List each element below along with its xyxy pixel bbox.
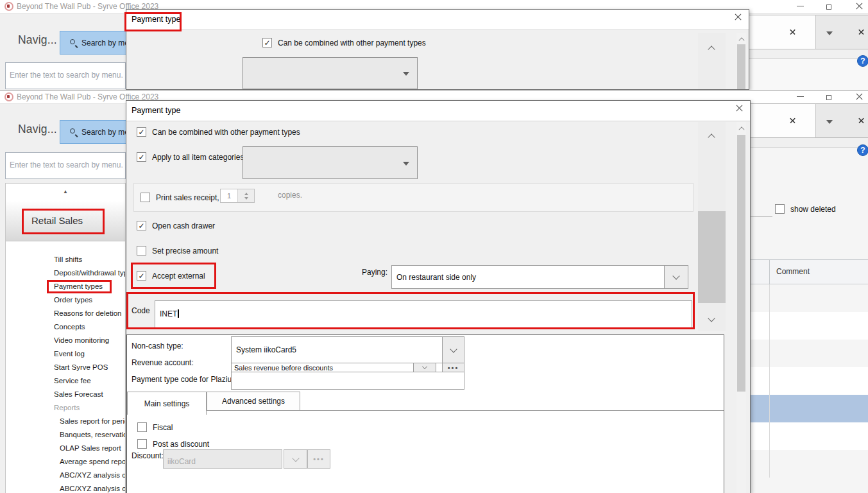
code-value: INET — [160, 309, 179, 318]
collapse-arrow-icon: ▲ — [63, 189, 68, 195]
paying-dropdown[interactable]: On restaurant side only — [391, 265, 665, 289]
sidebar-item[interactable]: OLAP Sales report — [6, 442, 125, 455]
document-tab[interactable] — [749, 103, 815, 138]
sidebar-item[interactable]: Reports — [6, 401, 125, 415]
close-button[interactable] — [849, 91, 868, 103]
menu-search-input[interactable]: Enter the text to search by menu... — [5, 62, 126, 89]
item-categories-dropdown[interactable] — [243, 57, 418, 89]
sidebar-item-label: Banquets, reservatio — [60, 431, 125, 438]
sidebar-item[interactable]: Till shifts — [6, 253, 125, 266]
sidebar-item[interactable]: ABC/XYZ analysis of p — [6, 482, 125, 493]
sidebar-item[interactable]: Sales report for perio — [6, 415, 125, 428]
table-header-row: t Comment — [749, 259, 868, 284]
checkbox[interactable] — [137, 439, 147, 449]
sidebar-item[interactable]: Event log — [6, 347, 125, 361]
checkbox[interactable] — [140, 193, 150, 202]
table-row[interactable] — [749, 312, 868, 340]
tab-group-close-button[interactable] — [853, 114, 868, 126]
sidebar-item[interactable]: Average spend repor — [6, 455, 125, 469]
scrollbar-thumb[interactable] — [737, 44, 745, 90]
increment-icon — [244, 193, 248, 195]
menu-search-input[interactable]: Enter the text to search by menu... — [5, 152, 126, 179]
close-icon — [736, 105, 743, 112]
checkbox[interactable] — [775, 204, 785, 214]
stepper-arrows[interactable] — [238, 189, 254, 202]
tab-close-button[interactable] — [784, 114, 801, 126]
search-by-menu-button[interactable]: Search by menu — [60, 31, 133, 55]
minimize-button[interactable] — [790, 0, 810, 12]
checkbox[interactable] — [137, 246, 146, 255]
item-categories-dropdown[interactable] — [243, 146, 418, 179]
noncash-type-dropdown[interactable]: System iikoCard5 — [231, 336, 443, 363]
revenue-dropdown-button[interactable] — [413, 363, 436, 372]
sidebar-item[interactable]: Service fee — [6, 374, 125, 388]
sidebar-collapse-button[interactable]: ▲ — [6, 184, 125, 199]
revenue-browse-button[interactable]: ••• — [442, 363, 464, 372]
restore-button[interactable] — [819, 91, 838, 103]
plazius-code-label: Payment type code for Plazius: — [132, 375, 237, 384]
discount-dropdown-button[interactable] — [284, 449, 307, 469]
table-row[interactable] — [749, 340, 868, 367]
checkbox[interactable]: ✓ — [137, 221, 146, 230]
close-button[interactable] — [849, 0, 868, 12]
search-by-menu-button[interactable]: Search by menu — [60, 120, 133, 144]
sidebar-item[interactable]: Concepts — [6, 320, 125, 334]
chevron-down-icon — [292, 454, 299, 462]
sidebar-item[interactable]: Start Syrve POS — [6, 361, 125, 374]
paying-dropdown-button[interactable] — [664, 265, 688, 289]
payment-type-dialog-top: Payment type ✓ Can be combined with othe… — [126, 9, 749, 90]
discount-dropdown[interactable]: iikoCard — [163, 449, 282, 469]
table-row[interactable] — [749, 284, 868, 312]
restore-button[interactable] — [819, 0, 838, 12]
column-divider[interactable] — [769, 260, 770, 284]
navigation-sidebar: ▲ Retail Sales Till shifts Deposit/withd… — [5, 183, 126, 493]
sidebar-item[interactable]: Banquets, reservatio — [6, 428, 125, 442]
checkbox[interactable]: ✓ — [137, 127, 146, 137]
vertical-scrollbar[interactable] — [736, 33, 746, 90]
copies-stepper[interactable]: 1 — [220, 189, 255, 203]
tab-main-settings[interactable]: Main settings — [127, 392, 207, 415]
code-label: Code — [132, 306, 150, 315]
table-row[interactable] — [749, 450, 868, 478]
plazius-code-input[interactable] — [231, 372, 464, 390]
scrollbar-thumb[interactable] — [698, 211, 726, 303]
sidebar-item[interactable]: Payment types — [6, 280, 125, 293]
table-row[interactable] — [749, 422, 868, 450]
checkbox[interactable]: ✓ — [262, 38, 272, 48]
tab-list-dropdown[interactable] — [822, 27, 837, 39]
help-button[interactable]: ? — [857, 144, 868, 156]
sidebar-item[interactable]: Deposit/withdrawal typ — [6, 266, 125, 280]
dialog-close-button[interactable] — [729, 102, 749, 114]
checkbox[interactable]: ✓ — [137, 152, 146, 162]
code-input[interactable]: INET — [155, 300, 692, 328]
panel-scrollbar[interactable] — [698, 33, 726, 90]
discount-browse-button[interactable]: ••• — [307, 449, 330, 469]
tab-group-close-button[interactable] — [853, 26, 868, 38]
sidebar-item-label: OLAP Sales report — [60, 444, 121, 452]
tab-advanced-settings[interactable]: Advanced settings — [207, 392, 300, 411]
tab-list-dropdown[interactable] — [822, 116, 837, 128]
payment-settings-panel: Non-cash type: Revenue account: Payment … — [126, 334, 724, 493]
sidebar-item[interactable]: Order types — [6, 293, 125, 307]
sidebar-item[interactable]: Reasons for deletion — [6, 307, 125, 320]
minimize-button[interactable] — [790, 91, 810, 103]
document-tab[interactable] — [749, 15, 815, 49]
sidebar-item[interactable]: ABC/XYZ analysis of i — [6, 469, 125, 482]
sidebar-item[interactable]: Sales Forecast — [6, 388, 125, 401]
help-button[interactable]: ? — [857, 55, 868, 67]
sidebar-item[interactable]: Video monitoring — [6, 334, 125, 347]
table-row[interactable] — [749, 395, 868, 422]
checkbox[interactable] — [137, 422, 147, 432]
scrollbar-thumb[interactable] — [737, 135, 745, 392]
dialog-title: Payment type — [132, 15, 180, 24]
noncash-dropdown-button[interactable] — [442, 336, 464, 363]
checkbox[interactable]: ✓ — [137, 271, 146, 281]
sidebar-item-label: Reports — [54, 404, 80, 411]
tab-close-button[interactable] — [784, 26, 801, 38]
vertical-scrollbar[interactable] — [736, 122, 746, 493]
panel-scrollbar[interactable] — [698, 122, 726, 331]
revenue-account-dropdown[interactable]: Sales revenue before discounts — [231, 363, 414, 372]
dialog-close-button[interactable] — [728, 11, 747, 23]
comment-column-header[interactable]: Comment — [776, 267, 810, 276]
table-row[interactable] — [749, 367, 868, 395]
